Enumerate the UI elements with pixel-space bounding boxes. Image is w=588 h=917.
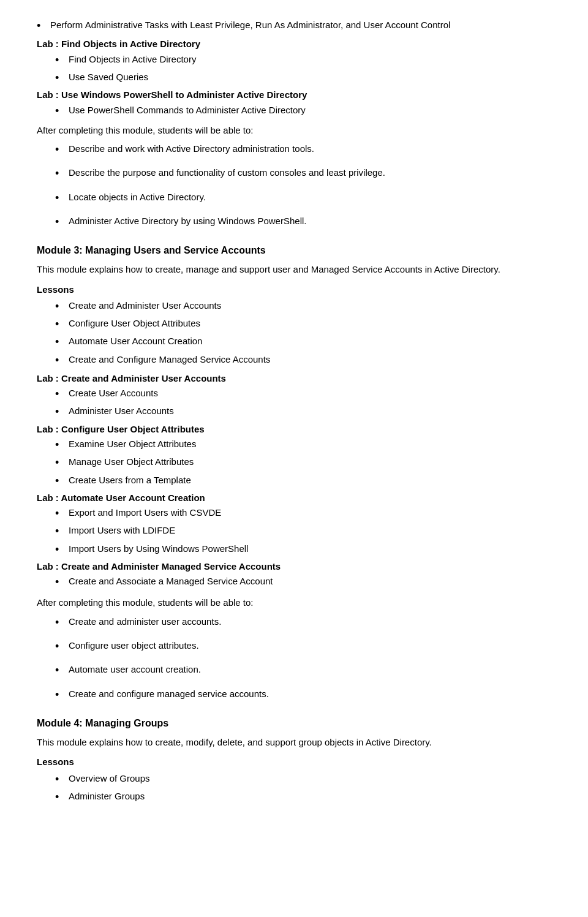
after-completing-3-text: After completing this module, students w…: [37, 597, 254, 608]
bullet-icon: •: [55, 575, 66, 590]
bullet-icon: •: [55, 334, 66, 350]
intro-bullet-1: • Perform Administrative Tasks with Leas…: [37, 18, 551, 34]
lab-configure-item-0: • Examine User Object Attributes: [55, 437, 551, 453]
module3-ability-3: • Create and configure managed service a…: [55, 687, 551, 703]
lab-configure-item-2: • Create Users from a Template: [55, 474, 551, 489]
ability-1-3: • Administer Active Directory by using W…: [55, 214, 551, 230]
lab-managed-label: Lab : Create and Administer Managed Serv…: [37, 560, 551, 574]
module3-lesson-3-text: Create and Configure Managed Service Acc…: [69, 353, 551, 367]
lab-configure: Lab : Configure User Object Attributes •…: [37, 423, 551, 489]
bullet-icon: •: [55, 437, 66, 453]
bullet-icon: •: [55, 663, 66, 678]
lab-managed-item-0: • Create and Associate a Managed Service…: [55, 575, 551, 590]
lab-create-administer-item-0-text: Create User Accounts: [69, 387, 551, 401]
bullet-icon: •: [55, 214, 66, 230]
lab-powershell-item-0: • Use PowerShell Commands to Administer …: [55, 104, 551, 119]
lab-find-objects-item-0-text: Find Objects in Active Directory: [69, 53, 551, 67]
bullet-icon: •: [55, 53, 66, 68]
lab-create-administer: Lab : Create and Administer User Account…: [37, 372, 551, 420]
module3-ability-3-text: Create and configure managed service acc…: [69, 687, 551, 701]
bullet-icon: •: [55, 166, 66, 181]
bullet-icon: •: [55, 772, 66, 787]
ability-1-1: • Describe the purpose and functionality…: [55, 166, 551, 181]
lab-find-objects-item-1-text: Use Saved Queries: [69, 70, 551, 85]
lab-configure-item-1: • Manage User Object Attributes: [55, 455, 551, 470]
lab-powershell: Lab : Use Windows PowerShell to Administ…: [37, 88, 551, 119]
module4-lesson-0: • Overview of Groups: [55, 772, 551, 787]
module4-lesson-1: • Administer Groups: [55, 790, 551, 805]
lab-automate-label: Lab : Automate User Account Creation: [37, 491, 551, 505]
lab-configure-item-0-text: Examine User Object Attributes: [69, 437, 551, 451]
after-completing-1-text: After completing this module, students w…: [37, 125, 254, 135]
module3-lesson-0-text: Create and Administer User Accounts: [69, 299, 551, 313]
ability-1-2: • Locate objects in Active Directory.: [55, 191, 551, 206]
bullet-icon: •: [55, 404, 66, 420]
lab-configure-item-2-text: Create Users from a Template: [69, 474, 551, 488]
ability-1-1-text: Describe the purpose and functionality o…: [69, 166, 551, 180]
bullet-icon: •: [55, 639, 66, 654]
module3-abilities-list: • Create and administer user accounts. •…: [55, 615, 551, 703]
lab-automate: Lab : Automate User Account Creation • E…: [37, 491, 551, 557]
after-completing-3: After completing this module, students w…: [37, 596, 551, 610]
module3-ability-0: • Create and administer user accounts.: [55, 615, 551, 630]
bullet-icon: •: [55, 474, 66, 489]
lab-managed-items: • Create and Associate a Managed Service…: [55, 575, 551, 590]
lab-find-objects-items: • Find Objects in Active Directory • Use…: [55, 53, 551, 86]
lab-automate-item-1-text: Import Users with LDIFDE: [69, 524, 551, 538]
bullet-icon: •: [55, 790, 66, 805]
bullet-icon: •: [55, 299, 66, 314]
lab-automate-items: • Export and Import Users with CSVDE • I…: [55, 506, 551, 557]
bullet-icon: •: [55, 542, 66, 557]
lab-configure-items: • Examine User Object Attributes • Manag…: [55, 437, 551, 489]
bullet-icon: •: [55, 142, 66, 157]
lab-find-objects-item-1: • Use Saved Queries: [55, 70, 551, 86]
module4-lesson-0-text: Overview of Groups: [69, 772, 551, 786]
lab-create-administer-item-1: • Administer User Accounts: [55, 404, 551, 420]
module4-lessons-label: Lessons: [37, 755, 551, 769]
abilities-1-list: • Describe and work with Active Director…: [55, 142, 551, 230]
module3-heading: Module 3: Managing Users and Service Acc…: [37, 243, 551, 258]
bullet-icon: •: [55, 687, 66, 703]
module3-ability-1: • Configure user object attributes.: [55, 639, 551, 654]
module3-description: This module explains how to create, mana…: [37, 263, 551, 277]
lab-powershell-label: Lab : Use Windows PowerShell to Administ…: [37, 88, 551, 102]
ability-1-2-text: Locate objects in Active Directory.: [69, 191, 551, 205]
module3-ability-2: • Automate user account creation.: [55, 663, 551, 678]
lab-managed: Lab : Create and Administer Managed Serv…: [37, 560, 551, 591]
lab-create-administer-label: Lab : Create and Administer User Account…: [37, 372, 551, 386]
lab-configure-item-1-text: Manage User Object Attributes: [69, 455, 551, 469]
ability-1-0: • Describe and work with Active Director…: [55, 142, 551, 157]
intro-section: • Perform Administrative Tasks with Leas…: [37, 18, 551, 34]
bullet-icon: •: [55, 615, 66, 630]
intro-bullet-1-text: Perform Administrative Tasks with Least …: [50, 18, 551, 32]
module4-lesson-1-text: Administer Groups: [69, 790, 551, 804]
module3-lesson-1: • Configure User Object Attributes: [55, 317, 551, 332]
bullet-icon: •: [55, 191, 66, 206]
module3-lessons-list: • Create and Administer User Accounts • …: [55, 299, 551, 368]
lab-find-objects-item-0: • Find Objects in Active Directory: [55, 53, 551, 68]
module3-ability-0-text: Create and administer user accounts.: [69, 615, 551, 629]
lab-automate-item-2: • Import Users by Using Windows PowerShe…: [55, 542, 551, 557]
after-completing-1: After completing this module, students w…: [37, 124, 551, 138]
module4-description: This module explains how to create, modi…: [37, 736, 551, 750]
module3-lesson-1-text: Configure User Object Attributes: [69, 317, 551, 331]
module4-heading: Module 4: Managing Groups: [37, 716, 551, 731]
lab-automate-item-2-text: Import Users by Using Windows PowerShell: [69, 542, 551, 556]
lab-managed-item-0-text: Create and Associate a Managed Service A…: [69, 575, 551, 589]
module4-lessons-list: • Overview of Groups • Administer Groups: [55, 772, 551, 805]
lab-find-objects-label: Lab : Find Objects in Active Directory: [37, 37, 551, 51]
bullet-icon: •: [55, 104, 66, 119]
lab-automate-item-0: • Export and Import Users with CSVDE: [55, 506, 551, 521]
module3-lesson-3: • Create and Configure Managed Service A…: [55, 353, 551, 368]
lab-create-administer-items: • Create User Accounts • Administer User…: [55, 387, 551, 420]
lab-create-administer-item-0: • Create User Accounts: [55, 387, 551, 402]
lab-configure-label: Lab : Configure User Object Attributes: [37, 423, 551, 437]
bullet-icon: •: [55, 353, 66, 368]
lab-automate-item-1: • Import Users with LDIFDE: [55, 524, 551, 539]
module3-ability-1-text: Configure user object attributes.: [69, 639, 551, 653]
ability-1-3-text: Administer Active Directory by using Win…: [69, 214, 551, 228]
module3-section: Module 3: Managing Users and Service Acc…: [37, 243, 551, 703]
bullet-icon: •: [55, 70, 66, 86]
lab-powershell-item-0-text: Use PowerShell Commands to Administer Ac…: [69, 104, 551, 118]
ability-1-0-text: Describe and work with Active Directory …: [69, 142, 551, 156]
